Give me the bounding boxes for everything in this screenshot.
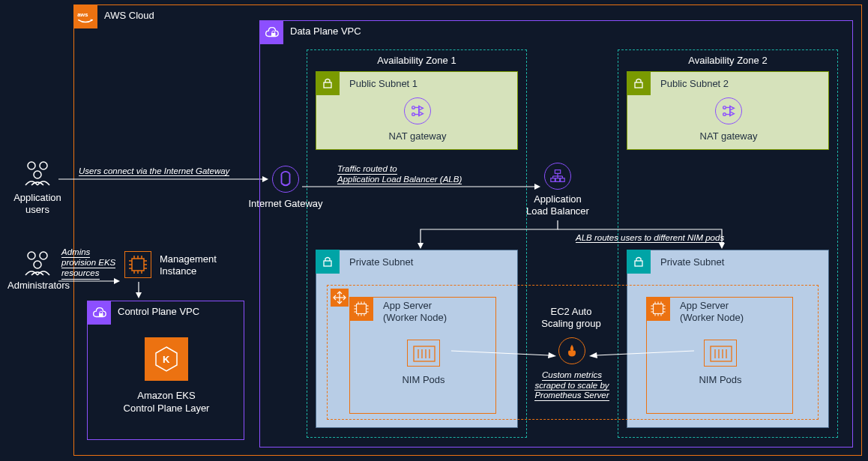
arrow-nim1-fire [451, 349, 556, 359]
private-subnet-2-label: Private Subnet [660, 256, 724, 268]
nim-pods-1-label: NIM Pods [350, 374, 497, 385]
svg-point-33 [412, 113, 415, 116]
public-subnet-1-label: Public Subnet 1 [349, 78, 418, 89]
management-instance-icon [124, 251, 151, 278]
svg-rect-31 [324, 82, 331, 88]
control-plane-vpc-label: Control Plane VPC [118, 306, 199, 317]
edge-alb-routes-label: ALB routes users to different NIM pods [576, 233, 724, 243]
public-subnet-2: Public Subnet 2 NAT gateway [627, 71, 829, 150]
svg-marker-11 [114, 278, 120, 284]
svg-rect-95 [711, 346, 732, 361]
svg-marker-59 [719, 243, 725, 249]
admins-l2: provision EKS [61, 258, 115, 268]
edge-metrics-label: Custom metrics scraped to scale by Prome… [525, 370, 619, 401]
az1-label: Availability Zone 1 [377, 55, 456, 66]
nim-pods-1-icon [407, 340, 440, 367]
svg-rect-61 [635, 261, 642, 266]
vpc-icon [87, 301, 111, 325]
admins-l1: Admins [61, 247, 90, 258]
svg-point-4 [34, 171, 41, 178]
arrow-igw-alb [302, 183, 540, 190]
svg-marker-48 [534, 184, 540, 190]
chip-icon [646, 297, 670, 321]
svg-line-102 [597, 351, 694, 355]
svg-point-32 [412, 106, 415, 109]
svg-rect-56 [555, 178, 560, 182]
data-plane-vpc-label: Data Plane VPC [290, 25, 361, 37]
public-subnet-2-label: Public Subnet 2 [660, 78, 729, 89]
svg-text:aws: aws [77, 11, 88, 18]
eks-l2: Control Plane Layer [124, 403, 210, 414]
svg-rect-60 [324, 261, 331, 266]
arrow-users-igw [58, 175, 268, 183]
svg-rect-55 [551, 178, 555, 182]
svg-point-2 [28, 162, 35, 169]
arrow-nim2-fire [589, 349, 694, 359]
svg-text:K: K [163, 354, 170, 365]
nim-pods-2-label: NIM Pods [647, 374, 794, 385]
public-subnet-1: Public Subnet 1 NAT gateway [316, 71, 518, 150]
svg-marker-101 [548, 352, 556, 358]
ws1-l2: (Worker Node) [383, 312, 447, 323]
svg-point-40 [723, 106, 726, 109]
svg-rect-77 [414, 346, 435, 361]
lock-icon [627, 250, 651, 274]
svg-marker-58 [418, 243, 424, 249]
asg-label: EC2 Auto Scaling group [526, 306, 616, 329]
svg-marker-37 [419, 106, 424, 111]
svg-rect-39 [635, 82, 642, 88]
svg-marker-46 [730, 112, 735, 116]
svg-point-6 [40, 252, 47, 259]
lock-icon [316, 250, 340, 274]
nat-gateway-2-icon [715, 97, 742, 124]
lock-icon [316, 71, 340, 95]
svg-point-41 [723, 113, 726, 116]
eks-l1: Amazon EKS [137, 390, 195, 401]
users-label-2: users [25, 204, 49, 215]
svg-point-5 [28, 252, 35, 259]
alb-l2: Load Balancer [526, 205, 589, 217]
svg-rect-12 [132, 259, 144, 271]
svg-rect-27 [99, 313, 103, 317]
ws2-l1: App Server [680, 300, 729, 311]
arrow-admins-mgmt [58, 277, 120, 285]
edge-admins-mgmt-label: Admins provision EKS resources [61, 247, 115, 280]
nat-gateway-1-label: NAT gateway [316, 130, 519, 142]
aws-cloud-label: AWS Cloud [104, 10, 154, 21]
mgmt-l1: Management [160, 253, 217, 265]
svg-marker-38 [419, 112, 424, 116]
m-l1: Custom metrics [542, 370, 602, 381]
svg-rect-49 [555, 170, 560, 174]
application-load-balancer-label: Application Load Balancer [517, 193, 598, 217]
application-users-icon [21, 160, 54, 187]
arrow-mgmt-down [135, 282, 142, 298]
m-l3: Prometheus Server [534, 391, 609, 401]
traf-l1: Traffic routed to [337, 164, 397, 175]
management-instance-label: Management Instance [160, 253, 217, 277]
svg-line-100 [451, 351, 549, 355]
amazon-eks-icon: K [145, 337, 188, 381]
ws2-l2: (Worker Node) [680, 312, 744, 323]
nim-pods-2-icon [704, 340, 737, 367]
application-users-label: Application users [6, 192, 69, 215]
svg-rect-30 [271, 33, 276, 37]
svg-marker-45 [730, 106, 735, 111]
svg-point-3 [40, 162, 47, 169]
ws1-l1: App Server [383, 300, 432, 311]
asg-l2: Scaling group [541, 318, 601, 329]
aws-logo-icon: aws [73, 4, 97, 28]
m-l2: scraped to scale by [534, 381, 609, 391]
lock-icon [627, 71, 651, 95]
nat-gateway-1-icon [404, 97, 431, 124]
svg-rect-64 [357, 304, 367, 314]
nat-gateway-2-label: NAT gateway [627, 130, 830, 142]
vpc-icon-2 [259, 20, 283, 44]
mgmt-l2: Instance [160, 265, 196, 277]
app-server-2-label: App Server (Worker Node) [680, 300, 744, 323]
chip-icon [349, 297, 373, 321]
edge-igw-alb-label: Traffic routed to Application Load Balan… [337, 164, 462, 184]
prometheus-icon [558, 337, 585, 364]
az2-label: Availability Zone 2 [688, 55, 767, 66]
asg-l1: EC2 Auto [551, 306, 592, 317]
private-subnet-1-label: Private Subnet [349, 256, 413, 268]
